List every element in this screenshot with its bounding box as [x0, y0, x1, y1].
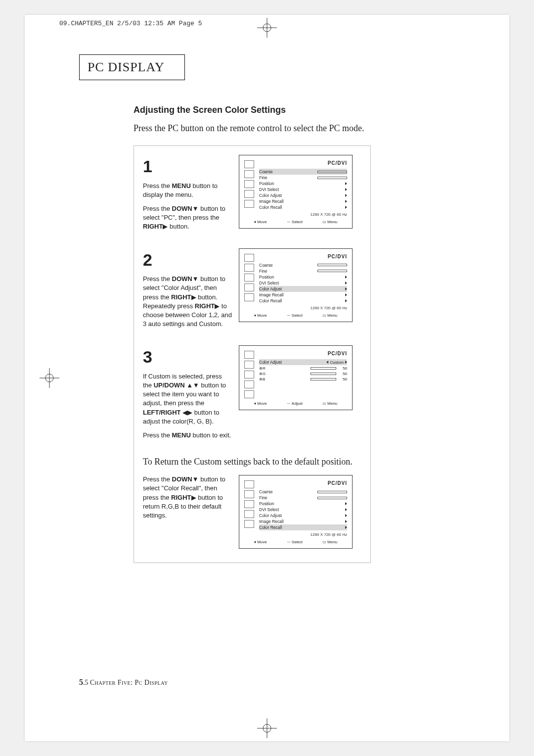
- left-triangle-icon: [326, 361, 328, 364]
- right-triangle-icon: [345, 361, 347, 364]
- step-3: 3 If Custom is selected, press the UP/DO…: [143, 345, 367, 445]
- updown-arrow-icon: ▲▼: [186, 381, 199, 389]
- right-triangle-icon: [345, 293, 347, 296]
- osd-row: Coarse: [259, 489, 347, 495]
- osd-row: Color Adjust: [259, 192, 347, 198]
- osd-tab-icon: [244, 490, 254, 498]
- step-number: 1: [143, 155, 232, 179]
- osd-title: PC/DVI: [259, 160, 347, 166]
- osd-row: Position: [259, 501, 347, 507]
- leftright-arrow-icon: ◀▶: [182, 409, 192, 416]
- crop-mark-bottom-icon: [257, 718, 277, 738]
- osd-tab-icon: [244, 254, 254, 262]
- osd-tab-icon: [244, 190, 254, 198]
- osd-footer: ♦ Move ↔ Select ▭ Menu: [244, 220, 347, 224]
- step-4-text: Press the DOWN▼ button to select "Color …: [143, 475, 232, 525]
- osd-row: DVI Select: [259, 187, 347, 192]
- osd-screen-2: PC/DVI Coarse Fine Position DVI Select C…: [239, 248, 353, 322]
- down-arrow-icon: ▼: [192, 275, 199, 283]
- osd-tab-icon: [244, 180, 254, 188]
- step-3-text: 3 If Custom is selected, press the UP/DO…: [143, 345, 232, 445]
- right-triangle-icon: [345, 520, 347, 523]
- print-header: 09.CHAPTER5_EN 2/5/03 12:35 AM Page 5: [59, 20, 202, 27]
- osd-tab-icon: [244, 170, 254, 178]
- osd-tab-icons: [244, 254, 255, 310]
- osd-tab-icon: [244, 351, 254, 359]
- osd-tab-icon: [244, 293, 254, 301]
- rgb-row: ⊕G50: [259, 372, 347, 376]
- crop-mark-left-icon: [40, 368, 59, 388]
- right-triangle-icon: [345, 282, 347, 284]
- osd-resolution: 1280 X 720 @ 60 Hz: [259, 306, 347, 310]
- osd-resolution: 1280 X 720 @ 60 Hz: [259, 532, 347, 537]
- osd-row: Image Recall: [259, 519, 347, 524]
- osd-tab-icon: [244, 371, 254, 378]
- osd-tab-icon: [244, 480, 254, 488]
- osd-tab-icons: [244, 160, 255, 217]
- right-triangle-icon: [345, 508, 347, 511]
- osd-row: Color Adjust: [259, 286, 347, 292]
- right-arrow-icon: ▶: [191, 494, 196, 501]
- section-title: Adjusting the Screen Color Settings: [134, 105, 455, 115]
- osd-row: Coarse: [259, 169, 347, 175]
- right-arrow-icon: ▶: [191, 293, 196, 301]
- osd-title: PC/DVI: [259, 254, 347, 259]
- osd-tab-icon: [244, 284, 254, 291]
- step-number: 2: [143, 248, 232, 272]
- osd-title: PC/DVI: [259, 480, 347, 486]
- step-2-text: 2 Press the DOWN▼ button to select "Colo…: [143, 248, 232, 334]
- right-triangle-icon: [345, 502, 347, 505]
- osd-tab-icon: [244, 500, 254, 508]
- osd-title: PC/DVI: [259, 351, 347, 356]
- step-number: 3: [143, 345, 232, 369]
- step-2: 2 Press the DOWN▼ button to select "Colo…: [143, 248, 367, 334]
- right-triangle-icon: [345, 206, 347, 209]
- osd-resolution: 1280 X 720 @ 60 Hz: [259, 212, 347, 217]
- rgb-row: ⊕B50: [259, 377, 347, 381]
- osd-row: Color Recall: [259, 204, 347, 210]
- osd-screen-4: PC/DVI Coarse Fine Position DVI Select C…: [239, 475, 353, 549]
- right-triangle-icon: [345, 194, 347, 197]
- title-char: P: [88, 60, 95, 74]
- osd-row: Position: [259, 274, 347, 280]
- osd-tab-icon: [244, 520, 254, 528]
- osd-tab-icon: [244, 380, 254, 388]
- osd-row: Image Recall: [259, 198, 347, 204]
- osd-row: Image Recall: [259, 292, 347, 298]
- osd-tab-icon: [244, 264, 254, 272]
- osd-row: Color Recall: [259, 524, 347, 530]
- right-triangle-icon: [345, 299, 347, 302]
- osd-row: Fine: [259, 175, 347, 181]
- down-arrow-icon: ▼: [192, 475, 199, 483]
- osd-screen-1: PC/DVI Coarse Fine Position DVI Select C…: [239, 155, 353, 229]
- right-triangle-icon: [345, 287, 347, 290]
- down-arrow-icon: ▼: [192, 205, 199, 212]
- return-text: To Return the Custom settings back to th…: [143, 457, 367, 467]
- chapter-title-box: PC DISPLAY: [79, 54, 185, 80]
- osd-row: DVI Select: [259, 507, 347, 513]
- osd-tab-icon: [244, 274, 254, 282]
- osd-tab-icon: [244, 390, 254, 398]
- right-triangle-icon: [345, 526, 347, 529]
- content: PC DISPLAY Adjusting the Screen Color Se…: [79, 54, 455, 563]
- osd-row: Color Recall: [259, 298, 347, 304]
- crop-mark-top-icon: [257, 18, 277, 38]
- osd-tab-icon: [244, 160, 254, 168]
- right-triangle-icon: [345, 200, 347, 203]
- rgb-row: ⊕R50: [259, 366, 347, 371]
- osd-row: Fine: [259, 268, 347, 274]
- right-triangle-icon: [345, 514, 347, 517]
- osd-row: Fine: [259, 495, 347, 501]
- osd-tab-icon: [244, 510, 254, 518]
- step-1-text: 1 Press the MENU button to display the m…: [143, 155, 232, 236]
- step-1: 1 Press the MENU button to display the m…: [143, 155, 367, 236]
- right-triangle-icon: [345, 188, 347, 191]
- osd-tab-icon: [244, 361, 254, 369]
- osd-footer: ♦ Move ↔ Select ▭ Menu: [244, 540, 347, 544]
- right-triangle-icon: [345, 276, 347, 279]
- steps-box: 1 Press the MENU button to display the m…: [134, 145, 371, 563]
- osd-tab-icons: [244, 480, 255, 537]
- page-footer: 5.5 Chapter Five: Pc Display: [79, 678, 168, 687]
- osd-footer: ♦ Move ↔ Adjust ▭ Menu: [244, 401, 347, 406]
- osd-row: Color Adjust: [259, 513, 347, 519]
